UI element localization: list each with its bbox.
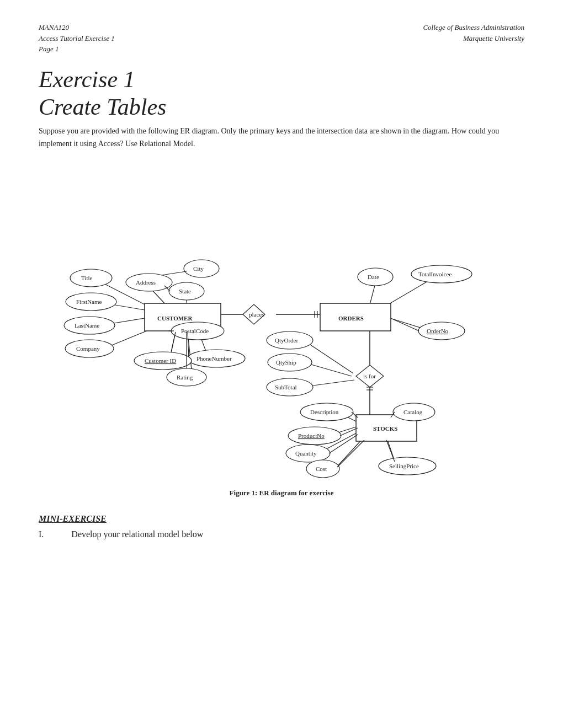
roman-numeral: I. (39, 529, 44, 539)
exercise-item: I. Develop your relational model below (39, 529, 524, 539)
stocks-label: STOCKS (373, 425, 397, 432)
college-name: College of Business Administration (423, 22, 524, 33)
svg-line-15 (370, 283, 375, 304)
title-attr-label: Title (81, 275, 93, 281)
header-left: MANA120 Access Tutorial Exercise 1 Page … (39, 22, 115, 55)
svg-line-45 (386, 440, 395, 462)
lastname-attr-label: LastName (75, 322, 99, 329)
svg-line-39 (391, 318, 419, 331)
svg-line-33 (161, 271, 187, 275)
totalinvoicee-attr-label: TotalInvoicee (418, 271, 452, 277)
exercise-title-line2: Create Tables (39, 93, 524, 121)
svg-line-24 (304, 340, 353, 373)
customer-label: CUSTOMER (157, 315, 193, 322)
city-attr-label: City (193, 265, 204, 272)
mini-exercise-section: MINI-EXERCISE I. Develop your relational… (39, 514, 524, 539)
tutorial-name: Access Tutorial Exercise 1 (39, 33, 115, 44)
sellingprice-attr-label: SellingPrice (389, 463, 419, 469)
phonenumber-attr-label: PhoneNumber (196, 355, 232, 362)
isfor-label: is for (363, 373, 376, 379)
description-text: Suppose you are provided with the follow… (39, 125, 524, 150)
company-attr-label: Company (76, 345, 100, 352)
exercise-title-line1: Exercise 1 (39, 66, 524, 93)
qtyorder-attr-label: QtyOrder (275, 337, 298, 344)
course-code: MANA120 (39, 22, 115, 33)
state-attr-label: State (179, 288, 191, 295)
header-right: College of Business Administration Marqu… (423, 22, 524, 55)
rating-attr-label: Rating (177, 374, 193, 381)
orders-label: ORDERS (338, 315, 364, 322)
catalog-attr-label: Catalog (403, 409, 423, 415)
er-diagram-container: text { font-family: 'Times New Roman', T… (39, 161, 524, 483)
description-attr-label: Description (310, 409, 339, 415)
svg-line-44 (337, 440, 364, 467)
title-section: Exercise 1 Create Tables (39, 66, 524, 121)
page-number: Page 1 (39, 44, 115, 55)
quantity-attr-label: Quantity (295, 450, 317, 457)
address-attr-label: Address (136, 279, 156, 286)
er-diagram-svg: text { font-family: 'Times New Roman', T… (39, 161, 524, 481)
figure-caption: Figure 1: ER diagram for exercise (39, 489, 524, 497)
subtotal-attr-label: SubTotal (275, 384, 297, 390)
orderno-attr-label: OrderNo (427, 328, 449, 334)
university-name: Marquette University (423, 33, 524, 44)
svg-line-26 (309, 380, 354, 386)
svg-line-37 (171, 332, 176, 352)
places-label: places (249, 311, 264, 318)
firstname-attr-label: FirstName (76, 298, 102, 305)
exercise-text: Develop your relational model below (71, 529, 203, 539)
productno-attr-label: ProductNo (298, 432, 325, 439)
postalcode-attr-label: PostalCode (181, 328, 209, 334)
page-header: MANA120 Access Tutorial Exercise 1 Page … (39, 22, 524, 55)
date-attr-label: Date (368, 274, 379, 280)
cost-attr-label: Cost (316, 465, 327, 472)
svg-line-16 (386, 278, 433, 306)
customerid-attr-label: Customer ID (145, 357, 176, 364)
qtyship-attr-label: QtyShip (276, 359, 296, 366)
mini-exercise-heading: MINI-EXERCISE (39, 514, 524, 524)
